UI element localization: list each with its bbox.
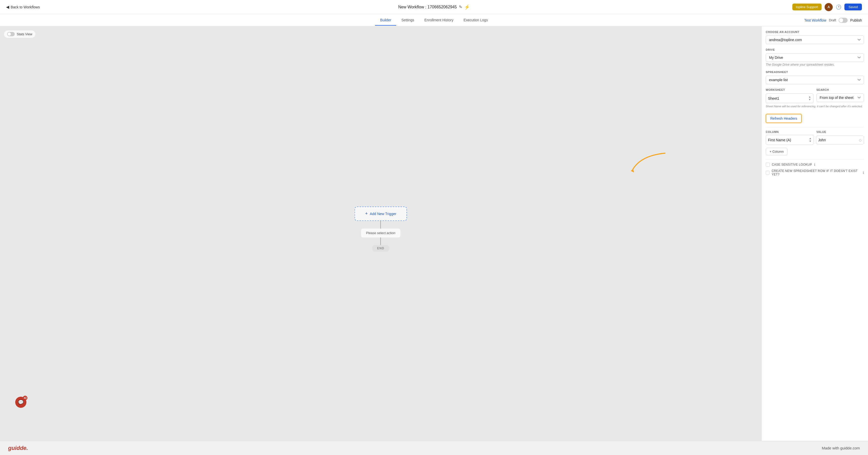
account-select[interactable]: andrea@topline.com <box>766 35 864 44</box>
stepper-down[interactable]: ▼ <box>809 98 811 101</box>
spreadsheet-section: Spreadsheet example list <box>766 70 864 84</box>
refresh-headers-button[interactable]: Refresh Headers <box>766 114 802 123</box>
drive-hint: The Google Drive where your spreadsheet … <box>766 63 864 66</box>
create-new-row-info-icon[interactable]: ℹ <box>863 171 864 175</box>
column-select[interactable]: First Name (A) ▲ ▼ <box>766 135 814 145</box>
history-icon[interactable]: 🕐 <box>836 4 841 10</box>
choose-account-section: Choose An Account andrea@topline.com <box>766 30 864 44</box>
canvas-center: + Add New Trigger Please select action E… <box>354 206 407 252</box>
worksheet-search-row: Worksheet Sheet1 ▲ ▼ Search From top of … <box>766 88 864 103</box>
stats-toggle-knob <box>8 32 11 36</box>
plus-icon: + <box>365 211 368 216</box>
draft-toggle[interactable] <box>839 18 848 23</box>
column-header-label: Column <box>766 130 813 133</box>
end-badge: END <box>372 245 389 252</box>
lightning-icon: ⚡ <box>464 4 470 10</box>
create-new-row-checkbox[interactable] <box>766 171 770 175</box>
support-button[interactable]: topline Support <box>793 4 822 10</box>
navbar: ◀ Back to Workflows New Workflow : 17066… <box>0 0 868 14</box>
col-stepper-down[interactable]: ▼ <box>809 140 812 142</box>
svg-marker-0 <box>631 169 634 172</box>
tab-execution-logs[interactable]: Execution Logs <box>458 15 493 26</box>
worksheet-label: Worksheet <box>766 88 813 91</box>
back-to-workflows-link[interactable]: ◀ Back to Workflows <box>6 5 40 9</box>
col-val-headers: Column Value <box>766 130 864 133</box>
tabbar-right: Test Workflow Draft Publish <box>804 14 862 26</box>
worksheet-col: Worksheet Sheet1 ▲ ▼ <box>766 88 813 103</box>
drive-select[interactable]: My Drive <box>766 53 864 62</box>
toggle-knob <box>839 18 843 22</box>
worksheet-section: Worksheet Sheet1 ▲ ▼ Search From top of … <box>766 88 864 108</box>
search-col: Search From top of the sheet <box>816 88 864 102</box>
tab-builder[interactable]: Builder <box>375 15 397 26</box>
connector-line-1 <box>380 221 381 229</box>
search-label: Search <box>816 88 864 91</box>
stats-view-label: Stats View <box>17 32 32 36</box>
chat-icon: 💬 <box>18 399 24 405</box>
add-trigger-label: Add New Trigger <box>370 212 396 216</box>
spreadsheet-select[interactable]: example list <box>766 75 864 84</box>
add-column-button[interactable]: + Column <box>766 148 787 155</box>
arrow-annotation <box>624 148 675 180</box>
avatar: A <box>825 3 833 11</box>
back-arrow-icon: ◀ <box>6 5 9 9</box>
panel-divider-1 <box>766 127 864 127</box>
canvas: Stats View + Add New Trigger Please sele… <box>0 26 762 441</box>
create-new-row-label: Create New Spreadsheet Row If It Doesn't… <box>772 169 861 176</box>
stepper-buttons: ▲ ▼ <box>809 96 811 101</box>
choose-account-label: Choose An Account <box>766 30 864 33</box>
workflow-name: New Workflow : 1706652062945 <box>398 5 457 9</box>
tab-enrollment-history[interactable]: Enrollment History <box>419 15 458 26</box>
tabs: Builder Settings Enrollment History Exec… <box>6 15 862 25</box>
back-label: Back to Workflows <box>11 5 40 9</box>
value-header-label: Value <box>816 130 864 133</box>
spreadsheet-label: Spreadsheet <box>766 70 864 73</box>
col-stepper-up[interactable]: ▲ <box>809 137 812 140</box>
main-area: Stats View + Add New Trigger Please sele… <box>0 26 868 441</box>
right-panel: Choose An Account andrea@topline.com Dri… <box>762 26 868 441</box>
stats-toggle[interactable] <box>7 32 15 36</box>
col-val-row: First Name (A) ▲ ▼ John ◇ <box>766 135 864 145</box>
workflow-title: New Workflow : 1706652062945 ✎ ⚡ <box>398 4 470 10</box>
worksheet-select[interactable]: Sheet1 ▲ ▼ <box>766 93 813 103</box>
navbar-right: topline Support A 🕐 Saved <box>793 3 862 11</box>
edit-icon[interactable]: ✎ <box>459 5 462 9</box>
diamond-icon: ◇ <box>859 138 862 142</box>
connector-line-2 <box>380 237 381 245</box>
stepper-up[interactable]: ▲ <box>809 96 811 98</box>
made-with-label: Made with guidde.com <box>822 446 860 450</box>
tab-settings[interactable]: Settings <box>396 15 419 26</box>
tabbar: Builder Settings Enrollment History Exec… <box>0 14 868 26</box>
stats-view-toggle[interactable]: Stats View <box>4 30 35 38</box>
search-select[interactable]: From top of the sheet <box>816 93 864 102</box>
test-workflow-button[interactable]: Test Workflow <box>804 18 826 22</box>
refresh-headers-section: Refresh Headers <box>766 112 864 123</box>
drive-label: Drive <box>766 48 864 51</box>
value-input[interactable]: John ◇ <box>816 136 864 144</box>
column-stepper: ▲ ▼ <box>809 137 812 142</box>
guidde-logo: guidde. <box>8 445 28 451</box>
draft-label: Draft <box>829 18 836 22</box>
saved-button[interactable]: Saved <box>844 4 862 10</box>
case-sensitive-row: Case Sensitive Lookup ℹ <box>766 163 864 167</box>
bottom-bar: guidde. Made with guidde.com <box>0 441 868 455</box>
worksheet-warning: Sheet Name will be used for referencing,… <box>766 105 864 108</box>
publish-button[interactable]: Publish <box>850 18 862 22</box>
panel-divider-2 <box>766 159 864 160</box>
notification-badge: 43 <box>23 396 27 400</box>
case-sensitive-info-icon[interactable]: ℹ <box>814 163 815 167</box>
case-sensitive-checkbox[interactable] <box>766 163 770 167</box>
chat-button[interactable]: 💬 43 <box>15 397 26 408</box>
create-new-row-row: Create New Spreadsheet Row If It Doesn't… <box>766 169 864 176</box>
case-sensitive-label: Case Sensitive Lookup <box>772 163 812 166</box>
add-trigger-box[interactable]: + Add New Trigger <box>354 206 407 221</box>
drive-section: Drive My Drive The Google Drive where yo… <box>766 48 864 66</box>
action-text: Please select action <box>361 229 401 237</box>
column-value-section: Column Value First Name (A) ▲ ▼ John ◇ +… <box>766 130 864 155</box>
